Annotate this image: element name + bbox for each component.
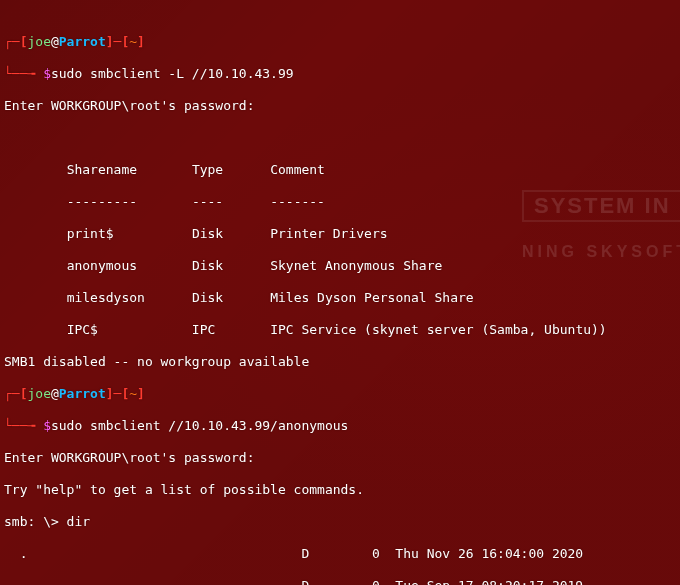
dir-row: . D 0 Thu Nov 26 16:04:00 2020 bbox=[4, 546, 676, 562]
bracket-icon: ] bbox=[137, 386, 145, 401]
share-header: Sharename Type Comment bbox=[4, 162, 676, 178]
bracket-icon: ]─[ bbox=[106, 386, 129, 401]
bracket-icon: ┌─[ bbox=[4, 386, 27, 401]
dollar-icon: $ bbox=[43, 418, 51, 433]
prompt-at: @ bbox=[51, 386, 59, 401]
command-text: sudo smbclient //10.10.43.99/anonymous bbox=[51, 418, 348, 433]
bracket-icon: └──╼ bbox=[4, 66, 43, 81]
prompt-host: Parrot bbox=[59, 386, 106, 401]
smb-dir-cmd: smb: \> dir bbox=[4, 514, 676, 530]
share-row: print$ Disk Printer Drivers bbox=[4, 226, 676, 242]
prompt-line-1: ┌─[joe@Parrot]─[~] bbox=[4, 34, 676, 50]
help-hint: Try "help" to get a list of possible com… bbox=[4, 482, 676, 498]
bracket-icon: ┌─[ bbox=[4, 34, 27, 49]
bracket-icon: ]─[ bbox=[106, 34, 129, 49]
col-sharename: Sharename bbox=[67, 162, 137, 177]
prompt-host: Parrot bbox=[59, 34, 106, 49]
col-comment: Comment bbox=[270, 162, 325, 177]
share-row: anonymous Disk Skynet Anonymous Share bbox=[4, 258, 676, 274]
prompt-line-2b: └──╼ $sudo smbclient //10.10.43.99/anony… bbox=[4, 418, 676, 434]
bracket-icon: ] bbox=[137, 34, 145, 49]
password-prompt: Enter WORKGROUP\root's password: bbox=[4, 450, 676, 466]
prompt-path: ~ bbox=[129, 386, 137, 401]
share-dash: --------- ---- ------- bbox=[4, 194, 676, 210]
prompt-line-1b: └──╼ $sudo smbclient -L //10.10.43.99 bbox=[4, 66, 676, 82]
prompt-user: joe bbox=[27, 34, 50, 49]
share-row: milesdyson Disk Miles Dyson Personal Sha… bbox=[4, 290, 676, 306]
share-row: IPC$ IPC IPC Service (skynet server (Sam… bbox=[4, 322, 676, 338]
command-text: sudo smbclient -L //10.10.43.99 bbox=[51, 66, 294, 81]
prompt-path: ~ bbox=[129, 34, 137, 49]
prompt-line-2: ┌─[joe@Parrot]─[~] bbox=[4, 386, 676, 402]
blank-line bbox=[4, 130, 676, 146]
dollar-icon: $ bbox=[43, 66, 51, 81]
prompt-at: @ bbox=[51, 34, 59, 49]
prompt-user: joe bbox=[27, 386, 50, 401]
terminal[interactable]: ┌─[joe@Parrot]─[~] └──╼ $sudo smbclient … bbox=[0, 0, 680, 585]
bracket-icon: └──╼ bbox=[4, 418, 43, 433]
smb1-disabled: SMB1 disabled -- no workgroup available bbox=[4, 354, 676, 370]
dir-row: .. D 0 Tue Sep 17 08:20:17 2019 bbox=[4, 578, 676, 585]
password-prompt: Enter WORKGROUP\root's password: bbox=[4, 98, 676, 114]
col-type: Type bbox=[192, 162, 223, 177]
